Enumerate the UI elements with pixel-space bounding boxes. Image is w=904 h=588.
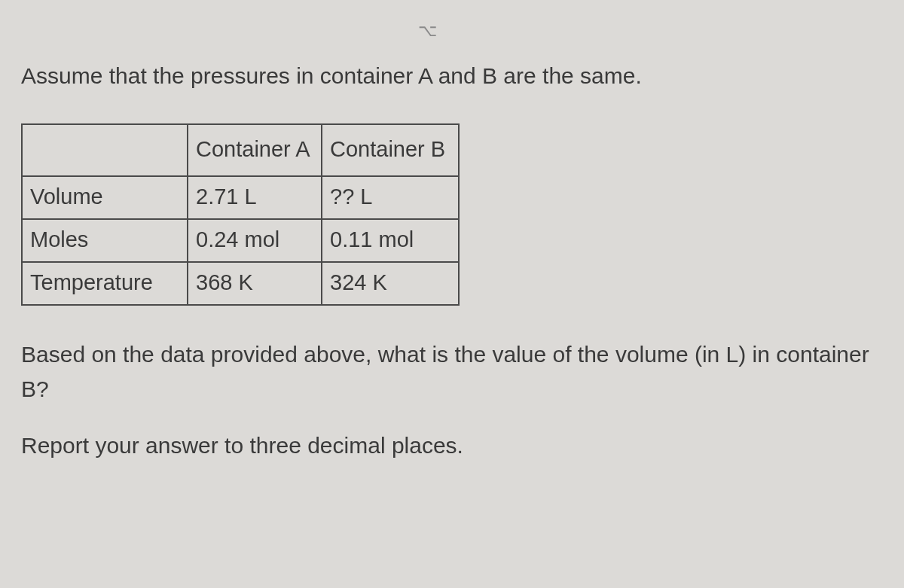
cell-b: ?? L xyxy=(322,176,459,219)
question-text: Based on the data provided above, what i… xyxy=(21,337,889,407)
table-row: Volume 2.71 L ?? L xyxy=(22,176,459,219)
problem-statement: Assume that the pressures in container A… xyxy=(21,60,889,92)
cell-a: 368 K xyxy=(188,262,322,305)
decorative-glyph: ⌥ xyxy=(418,21,437,41)
table-header-a: Container A xyxy=(188,124,322,176)
row-label: Volume xyxy=(22,176,188,219)
cell-a: 0.24 mol xyxy=(188,219,322,262)
table-header-row: Container A Container B xyxy=(22,124,459,176)
row-label: Temperature xyxy=(22,262,188,305)
cell-b: 0.11 mol xyxy=(322,219,459,262)
cell-b: 324 K xyxy=(322,262,459,305)
row-label: Moles xyxy=(22,219,188,262)
table-row: Moles 0.24 mol 0.11 mol xyxy=(22,219,459,262)
data-table: Container A Container B Volume 2.71 L ??… xyxy=(21,123,460,306)
table-header-blank xyxy=(22,124,188,176)
cell-a: 2.71 L xyxy=(188,176,322,219)
table-header-b: Container B xyxy=(322,124,459,176)
question-page: ⌥ Assume that the pressures in container… xyxy=(0,0,904,588)
table-row: Temperature 368 K 324 K xyxy=(22,262,459,305)
instruction-text: Report your answer to three decimal plac… xyxy=(21,433,889,459)
